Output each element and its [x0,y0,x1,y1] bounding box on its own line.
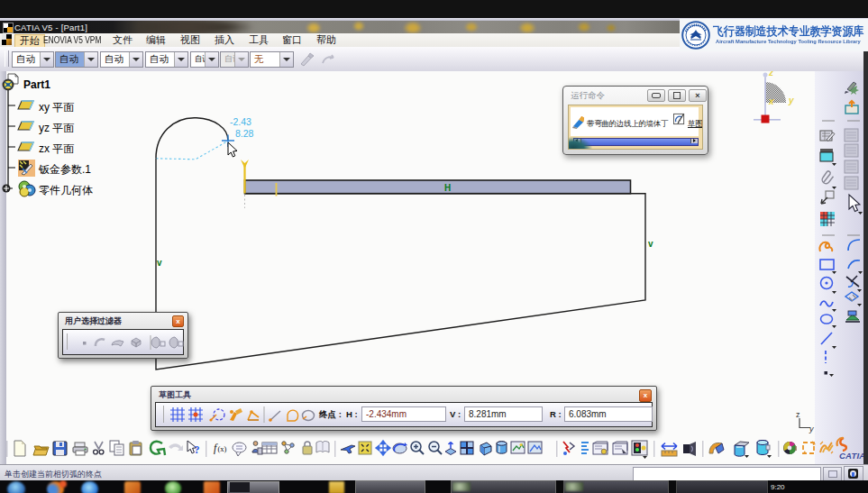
svg-text:v: v [157,258,162,268]
svg-text:y: y [788,96,794,105]
svg-text:H: H [444,183,451,193]
svg-text:y: y [809,425,814,434]
svg-text:x: x [768,96,774,106]
svg-text:-2.43: -2.43 [230,116,251,127]
svg-text:z: z [796,410,800,419]
svg-text:?: ? [195,443,200,456]
svg-text:8.28: 8.28 [235,128,254,139]
svg-text:z: z [768,71,773,78]
svg-text:v: v [648,239,653,249]
svg-text:CATIA: CATIA [839,451,863,461]
svg-text:(x): (x) [218,444,227,453]
